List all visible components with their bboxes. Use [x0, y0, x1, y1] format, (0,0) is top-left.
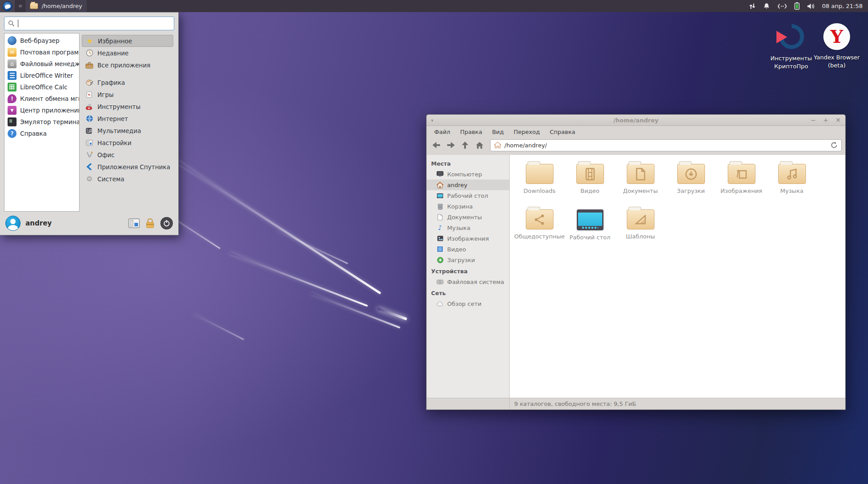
category-multimedia[interactable]: Мультимедиа	[82, 125, 173, 137]
home-icon	[436, 181, 444, 188]
category-sputnik-apps[interactable]: Приложения Спутника	[82, 161, 173, 173]
power-button[interactable]	[160, 217, 173, 229]
network-tray-icon[interactable]	[777, 3, 787, 9]
category-internet[interactable]: Интернет	[82, 113, 173, 125]
statusbar: 9 каталогов, свободного места: 9,5 ГиБ	[427, 398, 845, 409]
menu-app-help[interactable]: ? Справка	[4, 128, 79, 139]
menu-app-terminal[interactable]: Эмулятор терминала	[4, 116, 79, 128]
panel-clock[interactable]: 08 апр, 21:58	[822, 3, 863, 9]
office-icon	[85, 150, 94, 159]
maximize-button[interactable]: +	[823, 117, 829, 123]
folder-documents-icon	[627, 164, 654, 184]
yandex-browser-icon: Y	[823, 23, 850, 50]
sidebar-item-computer[interactable]: Компьютер	[427, 169, 509, 179]
folder-desktop[interactable]: Рабочий стол	[565, 207, 615, 252]
menu-app-web-browser[interactable]: Веб-браузер	[4, 35, 79, 46]
menu-view[interactable]: Вид	[488, 127, 507, 137]
search-icon	[8, 20, 15, 27]
folder-documents[interactable]: Документы	[615, 161, 666, 207]
menu-app-im-client[interactable]: ! Клиент обмена мгновенн...	[4, 93, 79, 104]
folder-video[interactable]: Видео	[565, 161, 615, 207]
folder-music[interactable]: Музыка	[767, 161, 817, 207]
desktop-icon-yandex-browser[interactable]: Y Yandex Browser (beta)	[810, 23, 863, 69]
minimize-button[interactable]: −	[811, 117, 816, 123]
folder-templates[interactable]: Шаблоны	[615, 207, 666, 252]
menu-app-mail[interactable]: ✉ Почтовая программа	[4, 46, 79, 58]
menu-edit[interactable]: Правка	[456, 127, 486, 137]
close-button[interactable]: ✕	[835, 117, 841, 123]
lock-screen-button[interactable]	[145, 217, 155, 229]
up-button[interactable]	[459, 139, 471, 151]
category-graphics[interactable]: Графика	[82, 76, 173, 88]
updates-tray-icon[interactable]	[749, 3, 756, 10]
sidebar-item-downloads[interactable]: Загрузки	[427, 255, 509, 265]
sidebar-header-network: Сеть	[427, 287, 509, 298]
panel-grip-icon: ≡	[17, 3, 23, 9]
desktop-icon-label: Yandex Browser (beta)	[810, 54, 863, 69]
taskbar-window-label: /home/andrey	[42, 3, 82, 9]
chat-icon: !	[8, 94, 17, 103]
folder-public[interactable]: Общедоступные	[514, 207, 565, 252]
category-accessories[interactable]: Инструменты	[82, 100, 173, 113]
user-avatar[interactable]	[5, 216, 21, 231]
forward-button[interactable]	[444, 139, 457, 151]
sidebar-item-home[interactable]: andrey	[427, 179, 509, 190]
music-note-icon: ♪	[436, 224, 444, 231]
software-center-icon: ▼	[8, 106, 17, 115]
titlebar[interactable]: ▾ /home/andrey − + ✕	[427, 115, 845, 126]
menu-app-software-center[interactable]: ▼ Центр приложений	[4, 104, 79, 116]
sidebar-item-filesystem[interactable]: Файловая система	[427, 276, 509, 287]
sidebar-item-network-browse[interactable]: Обзор сети	[427, 298, 509, 309]
category-recent[interactable]: Недавние	[82, 47, 173, 59]
battery-tray-icon[interactable]	[794, 2, 800, 10]
category-settings[interactable]: Настройки	[82, 137, 173, 149]
top-panel: ≡ /home/andrey 08 апр, 21:58	[0, 0, 868, 12]
sidebar: Места Компьютер andrey Рабочий стол Корз…	[427, 155, 510, 398]
sidebar-header-places: Места	[427, 158, 509, 169]
document-icon	[436, 213, 444, 221]
category-all-applications[interactable]: Все приложения	[82, 59, 173, 71]
menu-help[interactable]: Справка	[545, 127, 579, 137]
folder-download-icon	[677, 164, 705, 184]
home-icon	[494, 142, 501, 148]
category-system[interactable]: ⚙ Система	[82, 173, 173, 185]
sidebar-header-devices: Устройства	[427, 265, 509, 276]
menu-app-file-manager[interactable]: ⌂ Файловый менеджер	[4, 58, 79, 70]
desktop-icon	[436, 192, 444, 199]
notifications-tray-icon[interactable]	[763, 3, 770, 10]
menu-go[interactable]: Переход	[510, 127, 544, 137]
taskbar-window-button[interactable]: /home/andrey	[25, 0, 87, 12]
sidebar-item-pictures[interactable]: Изображения	[427, 233, 509, 244]
reload-icon[interactable]	[830, 142, 838, 149]
sidebar-item-music[interactable]: ♪ Музыка	[427, 222, 509, 233]
calc-icon	[8, 83, 17, 92]
video-icon	[436, 246, 444, 253]
all-settings-button[interactable]	[128, 218, 140, 228]
applications-menu-button[interactable]	[0, 0, 15, 12]
sidebar-item-trash[interactable]: Корзина	[427, 201, 509, 212]
category-office[interactable]: Офис	[82, 149, 173, 161]
sidebar-item-documents[interactable]: Документы	[427, 212, 509, 222]
category-games[interactable]: Игры	[82, 88, 173, 100]
category-favorites[interactable]: ★ Избранное	[82, 35, 173, 47]
menu-app-writer[interactable]: LibreOffice Writer	[4, 70, 79, 81]
back-button[interactable]	[430, 139, 443, 151]
folder-music-icon	[778, 164, 806, 184]
volume-tray-icon[interactable]	[807, 3, 815, 10]
menu-file[interactable]: Файл	[430, 127, 454, 137]
home-button[interactable]	[473, 139, 486, 151]
folder-downloads[interactable]: Downloads	[514, 161, 565, 207]
menu-app-calc[interactable]: LibreOffice Calc	[4, 81, 79, 93]
folder-icon	[30, 3, 38, 9]
sidebar-item-desktop[interactable]: Рабочий стол	[427, 190, 509, 201]
desktop-icon-cryptopro[interactable]: Инструменты КриптоПро	[765, 23, 818, 70]
menu-search-input[interactable]	[4, 17, 174, 30]
folder-pictures[interactable]: Изображения	[716, 161, 767, 207]
sidebar-item-videos[interactable]: Видео	[427, 244, 509, 255]
folder-downloads-ru[interactable]: Загрузки	[666, 161, 716, 207]
folder-share-icon	[526, 209, 554, 229]
path-bar[interactable]: /home/andrey/	[490, 139, 842, 151]
category-separator	[82, 71, 173, 76]
window-title: /home/andrey	[427, 117, 845, 124]
folder-icon	[526, 164, 554, 184]
